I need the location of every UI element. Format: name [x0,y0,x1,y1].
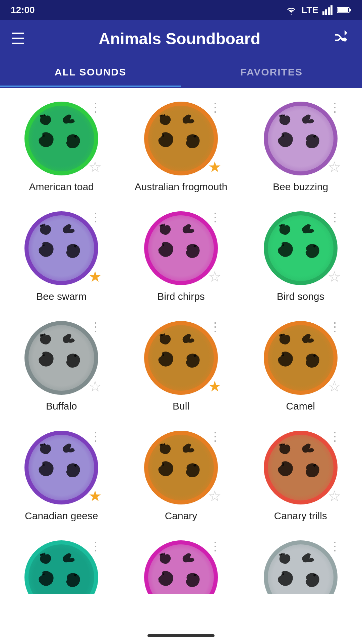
wifi-icon [285,5,297,15]
signal-icon [322,5,333,15]
status-icons: LTE [285,5,351,15]
more-options-icon[interactable]: ⋮ [329,540,338,552]
app-title: Animals Soundboard [99,30,260,48]
sound-item[interactable]: ⋮ [3,534,120,602]
favorite-star[interactable]: ☆ [88,378,102,395]
bottom-nav [0,627,362,644]
more-options-icon[interactable]: ⋮ [89,102,102,114]
home-indicator [147,634,215,637]
menu-button[interactable]: ☰ [11,29,25,48]
favorite-star[interactable]: ★ [88,268,102,285]
sound-name: Buffalo [46,399,77,413]
favorite-star[interactable]: ☆ [208,487,221,504]
sound-item[interactable]: ⋮ ☆ Canary trills [242,424,359,530]
tabs-bar: ALL SOUNDS FAVORITES [0,57,362,88]
sound-name: Canary [165,509,197,522]
favorite-star[interactable]: ★ [88,487,102,504]
sound-name: Camel [286,399,315,413]
svg-rect-0 [322,11,324,15]
sound-item[interactable]: ⋮ ★ Canadian geese [3,424,120,530]
sound-name: Bee buzzing [273,180,328,193]
sound-grid: ⋮ ☆ American toad [0,88,362,609]
sound-item[interactable]: ⋮ ★ Bull [123,314,239,421]
sound-item[interactable]: ⋮ ☆ Buffalo [3,314,120,421]
time: 12:00 [11,5,35,15]
sound-item[interactable]: ⋮ ☆ Canary [123,424,239,530]
sound-item[interactable]: ⋮ ★ Bee swarm [3,205,120,311]
sound-item[interactable]: ⋮ ☆ Camel [242,314,359,421]
sound-item[interactable]: ⋮ [123,534,239,602]
svg-rect-2 [328,7,330,15]
favorite-star[interactable]: ☆ [328,378,341,395]
more-options-icon[interactable]: ⋮ [329,321,341,333]
sound-name: American toad [29,180,94,193]
more-options-icon[interactable]: ⋮ [209,431,221,443]
sound-item[interactable]: ⋮ ☆ Bee buzzing [242,95,359,201]
favorite-star[interactable]: ☆ [208,268,221,285]
sound-name: Bull [173,399,189,413]
sound-item[interactable]: ⋮ ☆ Bird songs [242,205,359,311]
sound-item[interactable]: ⋮ ★ Australian frogmouth [123,95,239,201]
battery-icon [337,6,351,14]
more-options-icon[interactable]: ⋮ [89,540,98,552]
more-options-icon[interactable]: ⋮ [89,321,102,333]
status-bar: 12:00 LTE [0,0,362,20]
more-options-icon[interactable]: ⋮ [329,211,341,223]
favorite-star[interactable]: ★ [208,378,221,395]
svg-rect-6 [350,9,351,11]
sound-name: Bird songs [277,290,324,303]
sound-name: Bee swarm [36,290,86,303]
favorite-star[interactable]: ☆ [328,487,341,504]
app-header: ☰ Animals Soundboard [0,20,362,57]
favorite-star[interactable]: ☆ [88,158,102,175]
shuffle-button[interactable] [334,30,351,47]
more-options-icon[interactable]: ⋮ [209,540,218,552]
svg-rect-1 [325,9,327,15]
sound-name: Australian frogmouth [135,180,228,193]
more-options-icon[interactable]: ⋮ [209,211,221,223]
sound-item[interactable]: ⋮ [242,534,359,602]
favorite-star[interactable]: ☆ [328,268,341,285]
more-options-icon[interactable]: ⋮ [89,431,102,443]
more-options-icon[interactable]: ⋮ [209,102,221,114]
tab-all-sounds[interactable]: ALL SOUNDS [0,57,181,87]
sound-name: Canadian geese [25,509,98,522]
sound-name: Canary trills [274,509,327,522]
sound-item[interactable]: ⋮ ☆ American toad [3,95,120,201]
svg-rect-3 [330,5,333,15]
more-options-icon[interactable]: ⋮ [329,102,341,114]
favorite-star[interactable]: ★ [208,158,221,175]
tab-favorites[interactable]: FAVORITES [181,57,362,87]
more-options-icon[interactable]: ⋮ [329,431,341,443]
more-options-icon[interactable]: ⋮ [209,321,221,333]
lte-label: LTE [301,5,318,15]
svg-rect-5 [338,8,348,12]
sound-name: Bird chirps [157,290,205,303]
sound-item[interactable]: ⋮ ☆ Bird chirps [123,205,239,311]
more-options-icon[interactable]: ⋮ [89,211,102,223]
favorite-star[interactable]: ☆ [328,158,341,175]
